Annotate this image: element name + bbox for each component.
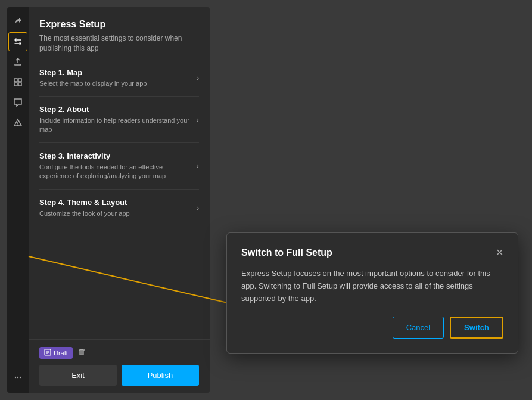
- svg-point-5: [17, 125, 18, 125]
- svg-rect-1: [18, 79, 21, 82]
- step-item-1[interactable]: Step 1. Map Select the map to display in…: [39, 60, 199, 97]
- step-text-3: Step 3. Interactivity Configure the tool…: [39, 151, 192, 181]
- steps-list: Step 1. Map Select the map to display in…: [29, 60, 210, 339]
- switch-button[interactable]: Switch: [450, 317, 503, 339]
- step-desc-3: Configure the tools needed for an effect…: [39, 163, 192, 181]
- trash-button[interactable]: [77, 348, 86, 358]
- step-item-3[interactable]: Step 3. Interactivity Configure the tool…: [39, 143, 199, 190]
- svg-point-7: [17, 377, 18, 378]
- step-chevron-1: ›: [197, 74, 199, 82]
- svg-rect-3: [18, 83, 21, 86]
- modal-body: Express Setup focuses on the most import…: [241, 268, 503, 305]
- step-item-2[interactable]: Step 2. About Include information to hel…: [39, 97, 199, 143]
- panel-subtitle: The most essential settings to consider …: [39, 33, 199, 54]
- draft-label: Draft: [54, 349, 68, 356]
- icon-bar: [7, 7, 29, 393]
- express-setup-panel: Express Setup The most essential setting…: [29, 7, 210, 393]
- svg-rect-0: [14, 79, 17, 82]
- alert-icon-item[interactable]: [8, 113, 27, 132]
- draft-badge: Draft: [39, 347, 73, 359]
- switch-icon-item[interactable]: [8, 32, 27, 51]
- step-title-2: Step 2. About: [39, 105, 192, 114]
- footer-top: Draft: [39, 347, 199, 359]
- panel-header: Express Setup The most essential setting…: [29, 7, 210, 60]
- step-title-4: Step 4. Theme & Layout: [39, 198, 192, 207]
- more-icon-item[interactable]: [8, 368, 27, 387]
- modal-title: Switch to Full Setup: [241, 247, 332, 258]
- panel-title: Express Setup: [39, 19, 199, 30]
- exit-button[interactable]: Exit: [39, 365, 117, 386]
- widget-icon-item[interactable]: [8, 73, 27, 92]
- modal-footer: Cancel Switch: [241, 317, 503, 339]
- draft-icon: [44, 349, 51, 357]
- modal-close-button[interactable]: ✕: [496, 248, 503, 258]
- step-chevron-4: ›: [197, 204, 199, 212]
- cancel-button[interactable]: Cancel: [393, 317, 444, 339]
- step-desc-4: Customize the look of your app: [39, 209, 192, 218]
- step-chevron-2: ›: [197, 116, 199, 124]
- step-text-4: Step 4. Theme & Layout Customize the loo…: [39, 198, 192, 218]
- share-icon-item[interactable]: [8, 12, 27, 31]
- step-title-1: Step 1. Map: [39, 68, 192, 77]
- svg-point-6: [15, 377, 16, 378]
- export-icon-item[interactable]: [8, 52, 27, 72]
- step-text-1: Step 1. Map Select the map to display in…: [39, 68, 192, 88]
- step-desc-1: Select the map to display in your app: [39, 79, 192, 88]
- step-desc-2: Include information to help readers unde…: [39, 116, 192, 134]
- svg-point-8: [20, 377, 21, 378]
- modal-header: Switch to Full Setup ✕: [241, 247, 503, 258]
- step-item-4[interactable]: Step 4. Theme & Layout Customize the loo…: [39, 190, 199, 227]
- step-text-2: Step 2. About Include information to hel…: [39, 105, 192, 134]
- footer-buttons: Exit Publish: [39, 365, 199, 386]
- step-title-3: Step 3. Interactivity: [39, 151, 192, 160]
- svg-rect-2: [14, 83, 17, 86]
- panel-footer: Draft Exit Publish: [29, 339, 210, 393]
- switch-to-full-setup-modal: Switch to Full Setup ✕ Express Setup foc…: [226, 232, 518, 354]
- comment-icon-item[interactable]: [8, 93, 27, 112]
- step-chevron-3: ›: [197, 162, 199, 170]
- publish-button[interactable]: Publish: [122, 365, 199, 386]
